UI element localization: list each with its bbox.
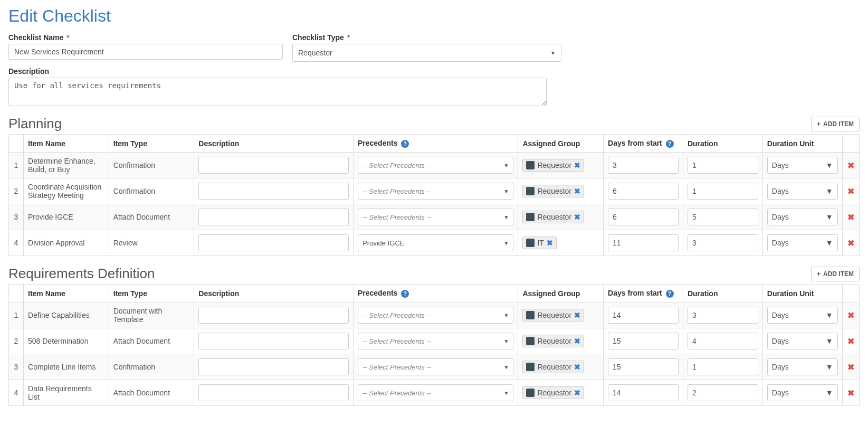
description-input[interactable] [198, 333, 349, 349]
duration-cell [683, 178, 762, 204]
item-type-cell: Confirmation [109, 153, 194, 178]
precedents-select[interactable]: -- Select Precedents -- ▼ [358, 384, 513, 401]
assigned-group-chip[interactable]: Requestor ✖ [522, 309, 584, 321]
duration-unit-value: Days [772, 239, 789, 247]
duration-unit-value: Days [772, 311, 789, 319]
duration-input[interactable] [688, 358, 758, 375]
description-input[interactable] [198, 209, 349, 225]
assigned-group-chip[interactable]: Requestor ✖ [522, 386, 584, 399]
duration-unit-select[interactable]: Days ▼ [767, 307, 838, 324]
precedents-select[interactable]: -- Select Precedents -- ▼ [358, 209, 513, 225]
precedents-select[interactable]: -- Select Precedents -- ▼ [358, 183, 513, 200]
description-input[interactable] [198, 358, 349, 375]
precedents-cell: -- Select Precedents -- ▼ [353, 328, 518, 354]
duration-unit-value: Days [772, 363, 789, 371]
help-icon[interactable]: ? [666, 290, 674, 298]
delete-row-icon[interactable]: ✖ [847, 363, 854, 372]
duration-input[interactable] [688, 157, 758, 174]
remove-chip-icon[interactable]: ✖ [574, 213, 580, 221]
delete-cell: ✖ [842, 302, 859, 328]
description-input[interactable] [198, 234, 349, 251]
help-icon[interactable]: ? [401, 140, 409, 148]
days-from-start-input[interactable] [608, 209, 679, 225]
precedents-select[interactable]: -- Select Precedents -- ▼ [358, 307, 513, 324]
assigned-group-chip[interactable]: IT ✖ [522, 237, 556, 249]
remove-chip-icon[interactable]: ✖ [547, 239, 553, 247]
delete-row-icon[interactable]: ✖ [847, 389, 854, 398]
assigned-group-chip[interactable]: Requestor ✖ [522, 159, 584, 172]
duration-unit-select[interactable]: Days ▼ [767, 358, 838, 375]
duration-unit-select[interactable]: Days ▼ [767, 157, 838, 174]
assigned-group-cell: Requestor ✖ [518, 153, 604, 178]
remove-chip-icon[interactable]: ✖ [574, 187, 580, 195]
days-from-start-input[interactable] [608, 157, 679, 174]
remove-chip-icon[interactable]: ✖ [574, 311, 580, 319]
delete-row-icon[interactable]: ✖ [847, 337, 854, 346]
duration-input[interactable] [688, 234, 758, 251]
precedents-select[interactable]: -- Select Precedents -- ▼ [358, 333, 513, 349]
item-name-cell: 508 Determination [24, 328, 109, 354]
caret-down-icon: ▼ [504, 188, 509, 194]
caret-down-icon: ▼ [550, 50, 556, 56]
days-from-start-input[interactable] [608, 333, 679, 349]
items-table: Item Name Item Type Description Preceden… [8, 284, 860, 406]
checklist-name-input[interactable] [8, 44, 283, 60]
caret-down-icon: ▼ [826, 311, 833, 319]
caret-down-icon: ▼ [504, 390, 509, 396]
duration-input[interactable] [688, 384, 758, 401]
remove-chip-icon[interactable]: ✖ [574, 161, 580, 169]
days-from-start-input[interactable] [608, 183, 679, 200]
assigned-group-chip[interactable]: Requestor ✖ [522, 211, 584, 223]
precedents-select[interactable]: Provide IGCE ▼ [358, 234, 513, 251]
item-type-cell: Confirmation [109, 178, 194, 204]
item-type-cell: Confirmation [109, 354, 194, 380]
duration-input[interactable] [688, 183, 758, 200]
description-input[interactable] [198, 157, 349, 174]
precedents-select[interactable]: -- Select Precedents -- ▼ [358, 358, 513, 375]
duration-unit-select[interactable]: Days ▼ [767, 209, 838, 225]
duration-unit-select[interactable]: Days ▼ [767, 183, 838, 200]
duration-input[interactable] [688, 209, 758, 225]
delete-row-icon[interactable]: ✖ [847, 213, 854, 222]
item-name-cell: Define Capabilities [24, 302, 109, 328]
table-row: 2 Coordinate Acquisition Strategy Meetin… [9, 178, 860, 204]
checklist-type-select[interactable]: Requestor ▼ [292, 44, 561, 62]
caret-down-icon: ▼ [826, 213, 833, 221]
duration-input[interactable] [688, 333, 758, 349]
duration-unit-select[interactable]: Days ▼ [767, 234, 838, 251]
avatar-icon [526, 187, 535, 195]
description-textarea[interactable] [8, 78, 547, 106]
description-input[interactable] [198, 183, 349, 200]
description-input[interactable] [198, 307, 349, 324]
assigned-group-chip[interactable]: Requestor ✖ [522, 361, 584, 373]
delete-row-icon[interactable]: ✖ [847, 239, 854, 248]
assigned-group-cell: Requestor ✖ [518, 302, 604, 328]
assigned-group-chip[interactable]: Requestor ✖ [522, 185, 584, 197]
add-item-button[interactable]: + ADD ITEM [811, 117, 860, 131]
days-from-start-input[interactable] [608, 234, 679, 251]
description-cell [194, 354, 354, 380]
days-from-start-input[interactable] [608, 358, 679, 375]
precedents-select[interactable]: -- Select Precedents -- ▼ [358, 157, 513, 174]
col-assigned-group: Assigned Group [518, 285, 604, 302]
description-input[interactable] [198, 384, 349, 401]
add-item-button[interactable]: + ADD ITEM [811, 267, 860, 281]
delete-row-icon[interactable]: ✖ [847, 187, 854, 196]
help-icon[interactable]: ? [666, 140, 674, 148]
assigned-group-cell: Requestor ✖ [518, 178, 604, 204]
assigned-group-chip[interactable]: Requestor ✖ [522, 335, 584, 347]
delete-row-icon[interactable]: ✖ [847, 311, 854, 320]
days-from-start-input[interactable] [608, 384, 679, 401]
help-icon[interactable]: ? [401, 290, 409, 298]
duration-unit-select[interactable]: Days ▼ [767, 333, 838, 349]
remove-chip-icon[interactable]: ✖ [574, 337, 580, 345]
delete-row-icon[interactable]: ✖ [847, 161, 854, 170]
days-from-start-input[interactable] [608, 307, 679, 324]
duration-input[interactable] [688, 307, 758, 324]
table-row: 4 Division Approval Review Provide IGCE … [9, 230, 860, 256]
duration-unit-select[interactable]: Days ▼ [767, 384, 838, 401]
remove-chip-icon[interactable]: ✖ [574, 363, 580, 371]
days-from-start-cell [604, 178, 683, 204]
days-from-start-cell [604, 204, 683, 230]
remove-chip-icon[interactable]: ✖ [574, 389, 580, 397]
